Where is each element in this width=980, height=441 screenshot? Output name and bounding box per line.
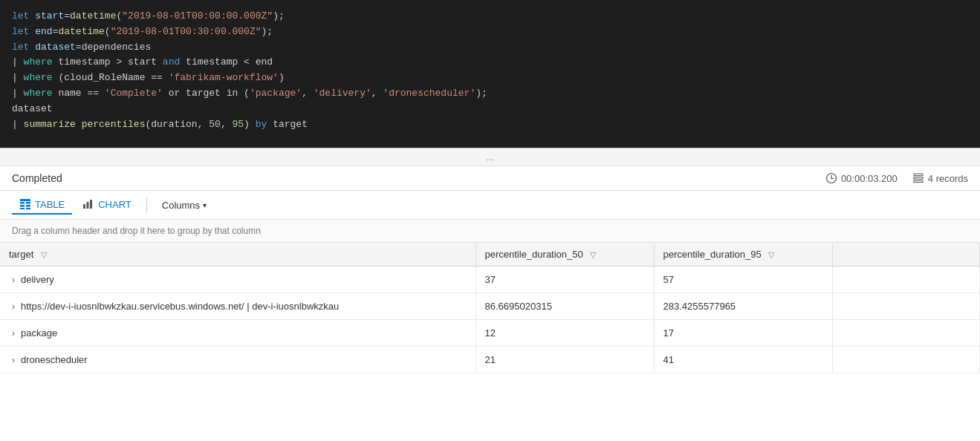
filter-icon-p95[interactable]: ▽ xyxy=(768,250,774,260)
code-line-2: let end=datetime("2019-08-01T00:30:00.00… xyxy=(12,24,968,40)
table-row: ›https://dev-i-iuosnlbwkzkau.servicebus.… xyxy=(0,293,980,320)
columns-btn[interactable]: Columns ▾ xyxy=(155,197,214,214)
svg-rect-14 xyxy=(87,202,89,209)
expand-btn[interactable]: › xyxy=(9,301,18,312)
time-value: 00:00:03.200 xyxy=(841,173,898,184)
cell-target: ›https://dev-i-iuosnlbwkzkau.servicebus.… xyxy=(0,293,476,320)
clock-icon xyxy=(825,172,837,184)
cell-p95: 57 xyxy=(654,267,832,293)
table-row: ›delivery3757 xyxy=(0,267,980,293)
target-value: dronescheduler xyxy=(21,354,88,365)
table-icon xyxy=(19,198,31,210)
ellipsis-divider: ... xyxy=(0,148,980,166)
chart-tab-label: CHART xyxy=(98,199,132,210)
cell-p95: 17 xyxy=(654,320,832,347)
chart-tab-btn[interactable]: CHART xyxy=(75,195,139,215)
col-header-p95[interactable]: percentile_duration_95 ▽ xyxy=(654,243,832,267)
cell-extra xyxy=(832,267,980,293)
cell-target: ›delivery xyxy=(0,267,476,293)
time-stat: 00:00:03.200 xyxy=(825,172,898,184)
filter-icon-p50[interactable]: ▽ xyxy=(590,250,596,260)
code-line-7: dataset xyxy=(12,102,968,117)
table-tab-btn[interactable]: TABLE xyxy=(12,195,72,215)
expand-btn[interactable]: › xyxy=(9,275,18,285)
col-header-extra xyxy=(832,243,980,267)
toolbar: TABLE CHART Columns ▾ xyxy=(0,191,980,220)
cell-p95: 41 xyxy=(654,347,832,373)
cell-target: ›dronescheduler xyxy=(0,347,476,373)
svg-rect-5 xyxy=(914,180,923,183)
results-header: Completed 00:00:03.200 4 records xyxy=(0,166,980,191)
code-line-4: | where timestamp > start and timestamp … xyxy=(12,55,968,71)
table-row: ›dronescheduler2141 xyxy=(0,347,980,373)
code-line-1: let start=datetime("2019-08-01T00:00:00.… xyxy=(12,9,968,24)
table-tab-label: TABLE xyxy=(35,199,65,210)
svg-rect-10 xyxy=(26,205,30,207)
svg-rect-4 xyxy=(914,177,923,180)
records-icon xyxy=(912,172,924,184)
table-container: target ▽ percentile_duration_50 ▽ percen… xyxy=(0,243,980,373)
code-line-8: | summarize percentiles(duration, 50, 95… xyxy=(12,117,968,133)
expand-btn[interactable]: › xyxy=(9,355,18,365)
svg-rect-7 xyxy=(20,202,25,204)
columns-label: Columns xyxy=(162,200,200,211)
svg-rect-13 xyxy=(83,204,85,209)
svg-rect-3 xyxy=(914,174,923,176)
svg-rect-11 xyxy=(20,208,25,209)
chevron-down-icon: ▾ xyxy=(203,201,207,209)
data-table: target ▽ percentile_duration_50 ▽ percen… xyxy=(0,243,980,373)
cell-extra xyxy=(832,347,980,373)
target-value: delivery xyxy=(21,274,54,285)
table-row: ›package1217 xyxy=(0,320,980,347)
cell-target: ›package xyxy=(0,320,476,347)
col-header-target[interactable]: target ▽ xyxy=(0,243,476,267)
target-value: https://dev-i-iuosnlbwkzkau.servicebus.w… xyxy=(21,301,339,312)
records-stat: 4 records xyxy=(912,172,968,184)
cell-p50: 12 xyxy=(476,320,654,347)
cell-p50: 86.6695020315 xyxy=(476,293,654,320)
code-editor[interactable]: let start=datetime("2019-08-01T00:00:00.… xyxy=(0,0,980,148)
svg-rect-15 xyxy=(90,200,92,209)
status-label: Completed xyxy=(12,172,814,184)
toolbar-divider xyxy=(146,197,147,212)
svg-rect-9 xyxy=(20,205,25,207)
table-header-row: target ▽ percentile_duration_50 ▽ percen… xyxy=(0,243,980,267)
expand-btn[interactable]: › xyxy=(9,328,18,339)
target-value: package xyxy=(21,327,57,339)
col-header-p50[interactable]: percentile_duration_50 ▽ xyxy=(476,243,654,267)
cell-p50: 37 xyxy=(476,267,654,293)
svg-rect-8 xyxy=(26,202,30,204)
chart-icon xyxy=(82,198,94,210)
code-line-3: let dataset=dependencies xyxy=(12,40,968,56)
cell-extra xyxy=(832,293,980,320)
cell-extra xyxy=(832,320,980,347)
records-value: 4 records xyxy=(928,173,968,184)
svg-rect-6 xyxy=(20,199,30,201)
cell-p50: 21 xyxy=(476,347,654,373)
stats-area: 00:00:03.200 4 records xyxy=(825,172,968,184)
filter-icon-target[interactable]: ▽ xyxy=(41,250,47,260)
drag-hint: Drag a column header and drop it here to… xyxy=(0,220,980,243)
cell-p95: 283.4255577965 xyxy=(654,293,832,320)
code-line-5: | where (cloud_RoleName == 'fabrikam-wor… xyxy=(12,71,968,86)
svg-rect-12 xyxy=(26,208,30,209)
code-line-6: | where name == 'Complete' or target in … xyxy=(12,86,968,102)
